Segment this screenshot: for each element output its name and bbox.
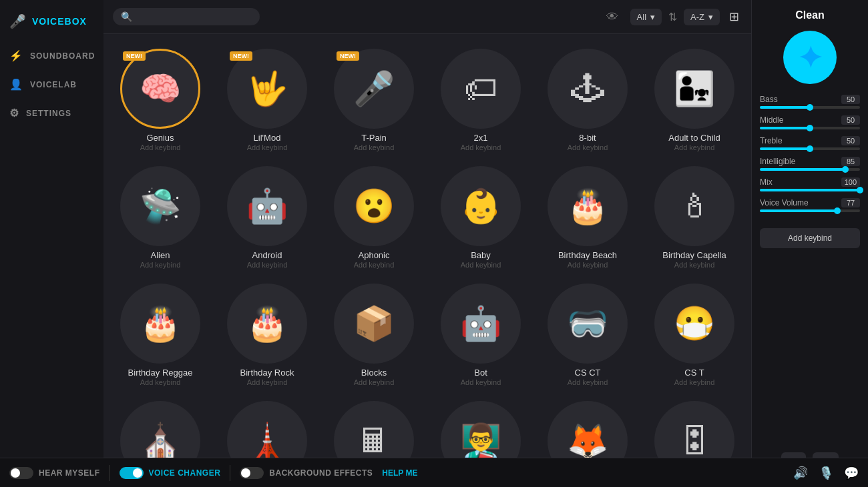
hear-myself-toggle[interactable]: [9, 467, 33, 479]
slider-thumb-intelligible[interactable]: [842, 166, 849, 173]
slider-thumb-middle[interactable]: [807, 125, 813, 131]
background-effects-toggle[interactable]: [240, 467, 264, 479]
voice-name-aphonic: Aphonic: [359, 250, 390, 260]
voice-name-adult_child: Adult to Child: [668, 133, 720, 143]
slider-thumb-bass[interactable]: [807, 104, 813, 111]
voice-name-bot: Bot: [474, 368, 487, 378]
voice-name-birthday_capella: Birthday Capella: [662, 250, 726, 260]
voice-card-2x1[interactable]: 🏷2x1Add keybind: [431, 45, 531, 155]
slider-track-intelligible[interactable]: [760, 168, 860, 171]
panel-title: Clean: [795, 9, 825, 21]
voice-circle-android: 🤖: [227, 166, 307, 246]
new-badge-lilmod: NEW!: [230, 51, 252, 61]
voice-circle-tpain: 🎤: [334, 49, 414, 129]
right-panel: Clean ✦ Bass50Middle50Treble50Intelligib…: [751, 0, 868, 487]
search-input[interactable]: [136, 12, 243, 22]
slider-thumb-mix[interactable]: [857, 187, 863, 193]
content-area: 🔍 👁 All ▾ ⇅ A-Z ▾ ⊞ NEW!🧠GeniusAdd keybi…: [103, 0, 751, 487]
voice-keybind-birthday_rock[interactable]: Add keybind: [247, 378, 288, 386]
voice-name-baby: Baby: [471, 250, 491, 260]
slider-fill-intelligible: [760, 168, 845, 171]
settings-icon: ⚙: [9, 107, 19, 119]
volume-icon[interactable]: 🔊: [793, 466, 808, 480]
voice-keybind-lilmod[interactable]: Add keybind: [247, 143, 288, 151]
voice-keybind-tpain[interactable]: Add keybind: [354, 143, 395, 151]
az-select[interactable]: A-Z ▾: [684, 9, 720, 25]
voice-keybind-baby[interactable]: Add keybind: [461, 261, 501, 269]
voice-circle-adult_child: 👨‍👧: [654, 49, 734, 129]
voice-keybind-2x1[interactable]: Add keybind: [461, 143, 501, 151]
voice-keybind-adult_child[interactable]: Add keybind: [674, 143, 715, 151]
sidebar-item-settings[interactable]: ⚙ SETTINGS: [0, 99, 103, 127]
voice-card-lilmod[interactable]: NEW!🤟Lil'ModAdd keybind: [217, 45, 317, 155]
sidebar-label-voicelab: VOICELAB: [30, 80, 77, 89]
voice-circle-bot: 🤖: [441, 284, 521, 364]
slider-value-mix: 100: [841, 177, 860, 187]
slider-track-treble[interactable]: [760, 147, 860, 150]
grid-view-button[interactable]: ⊞: [726, 7, 742, 27]
voice-card-aphonic[interactable]: 😮AphonicAdd keybind: [324, 162, 424, 273]
voice-keybind-8bit[interactable]: Add keybind: [568, 143, 608, 151]
slider-fill-mix: [760, 189, 860, 191]
voice-card-adult_child[interactable]: 👨‍👧Adult to ChildAdd keybind: [644, 45, 744, 155]
divider-1: [110, 465, 110, 481]
voice-card-android[interactable]: 🤖AndroidAdd keybind: [217, 162, 317, 273]
sidebar-item-soundboard[interactable]: ⚡ SOUNDBOARD: [0, 41, 103, 70]
voice-changer-toggle[interactable]: [120, 467, 144, 479]
voice-card-genius[interactable]: NEW!🧠GeniusAdd keybind: [110, 45, 210, 155]
filter-select[interactable]: All ▾: [630, 9, 662, 25]
voice-card-cst[interactable]: 😷CS TAdd keybind: [644, 280, 744, 390]
voicelab-icon: 👤: [9, 78, 23, 91]
voice-card-8bit[interactable]: 🕹8-bitAdd keybind: [537, 45, 638, 155]
slider-thumb-treble[interactable]: [807, 145, 813, 152]
voice-card-birthday_beach[interactable]: 🎂Birthday BeachAdd keybind: [537, 162, 638, 273]
voice-grid-container[interactable]: NEW!🧠GeniusAdd keybindNEW!🤟Lil'ModAdd ke…: [103, 34, 751, 487]
voice-keybind-blocks[interactable]: Add keybind: [354, 378, 395, 386]
voice-keybind-birthday_reggae[interactable]: Add keybind: [140, 378, 181, 386]
sliders-container: Bass50Middle50Treble50Intelligible85Mix1…: [760, 95, 860, 219]
voice-keybind-birthday_beach[interactable]: Add keybind: [568, 261, 608, 269]
help-link[interactable]: HELP ME: [382, 468, 417, 478]
chat-icon[interactable]: 💬: [844, 466, 859, 480]
voice-card-baby[interactable]: 👶BabyAdd keybind: [431, 162, 531, 273]
voice-keybind-android[interactable]: Add keybind: [247, 261, 288, 269]
slider-thumb-voice_volume[interactable]: [834, 207, 841, 214]
bottom-right-controls: 🔊 🎙️ 💬: [793, 466, 859, 480]
voice-card-birthday_reggae[interactable]: 🎂Birthday ReggaeAdd keybind: [110, 280, 210, 390]
voice-keybind-csct[interactable]: Add keybind: [568, 378, 608, 386]
slider-track-voice_volume[interactable]: [760, 209, 860, 212]
voice-card-birthday_rock[interactable]: 🎂Birthday RockAdd keybind: [217, 280, 317, 390]
slider-fill-treble: [760, 147, 810, 150]
voice-card-birthday_capella[interactable]: 🕯Birthday CapellaAdd keybind: [644, 162, 744, 273]
add-keybind-button[interactable]: Add keybind: [760, 228, 860, 248]
search-box[interactable]: 🔍: [113, 8, 260, 25]
voice-name-blocks: Blocks: [361, 368, 387, 378]
sidebar-item-voicelab[interactable]: 👤 VOICELAB: [0, 70, 103, 99]
visibility-button[interactable]: 👁: [601, 7, 624, 27]
filter-chevron-icon: ▾: [650, 12, 655, 22]
voice-keybind-cst[interactable]: Add keybind: [674, 378, 715, 386]
soundboard-icon: ⚡: [9, 49, 23, 62]
voice-card-blocks[interactable]: 📦BlocksAdd keybind: [324, 280, 424, 390]
voice-card-tpain[interactable]: NEW!🎤T-PainAdd keybind: [324, 45, 424, 155]
slider-track-middle[interactable]: [760, 127, 860, 129]
slider-label-voice_volume: Voice Volume: [760, 198, 809, 207]
voice-keybind-aphonic[interactable]: Add keybind: [354, 261, 395, 269]
slider-track-bass[interactable]: [760, 106, 860, 109]
voice-card-bot[interactable]: 🤖BotAdd keybind: [431, 280, 531, 390]
voice-card-alien[interactable]: 🛸AlienAdd keybind: [110, 162, 210, 273]
voice-img-wrap-android: 🤖: [227, 166, 307, 246]
slider-track-mix[interactable]: [760, 189, 860, 191]
voice-img-wrap-baby: 👶: [441, 166, 521, 246]
voice-card-csct[interactable]: 🥽CS CTAdd keybind: [537, 280, 638, 390]
microphone-icon[interactable]: 🎙️: [819, 466, 833, 480]
app-logo[interactable]: 🎤 VOICEBOX: [0, 7, 103, 41]
voice-keybind-alien[interactable]: Add keybind: [140, 261, 181, 269]
voice-keybind-genius[interactable]: Add keybind: [140, 143, 181, 151]
voice-changer-toggle-wrap: VOICE CHANGER: [120, 467, 221, 479]
voice-keybind-bot[interactable]: Add keybind: [461, 378, 501, 386]
voice-keybind-birthday_capella[interactable]: Add keybind: [674, 261, 715, 269]
hear-myself-toggle-wrap: HEAR MYSELF: [9, 467, 100, 479]
divider-2: [230, 465, 230, 481]
voice-img-wrap-csct: 🥽: [548, 284, 628, 364]
